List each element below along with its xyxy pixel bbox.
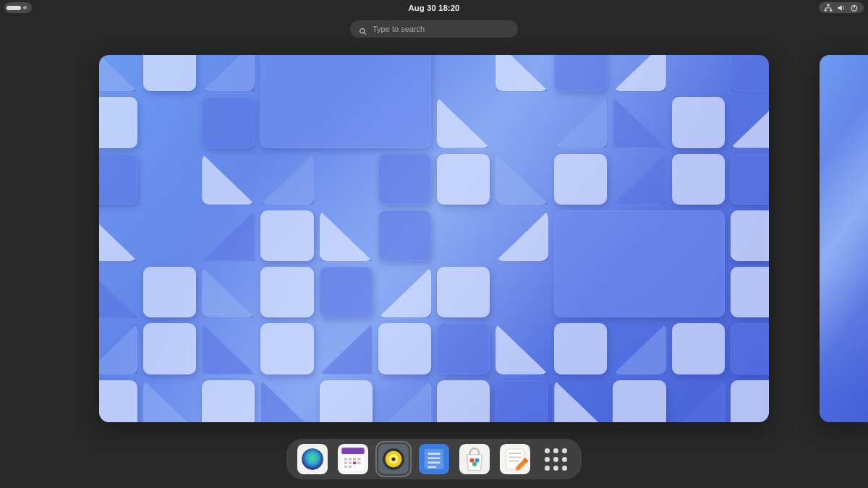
dash: [286, 439, 582, 479]
svg-point-33: [475, 458, 479, 463]
svg-rect-13: [357, 458, 360, 461]
svg-rect-12: [353, 458, 356, 461]
svg-rect-20: [378, 444, 409, 474]
svg-point-32: [469, 458, 474, 463]
svg-rect-19: [349, 466, 352, 468]
workspace-next[interactable]: [820, 55, 868, 422]
app-music-player[interactable]: [378, 443, 409, 475]
app-web-browser[interactable]: [297, 443, 328, 475]
clock[interactable]: Aug 30 18:20: [409, 4, 460, 12]
volume-icon: [837, 4, 846, 12]
workspace-switcher: [0, 55, 868, 422]
svg-point-4: [360, 28, 365, 33]
svg-point-34: [472, 462, 477, 466]
system-menu[interactable]: [819, 2, 864, 13]
svg-rect-30: [427, 466, 436, 468]
svg-rect-28: [427, 457, 441, 459]
app-todo[interactable]: [418, 443, 450, 475]
svg-rect-2: [830, 9, 832, 11]
workspace-current[interactable]: [99, 55, 769, 422]
activities-pill-icon: [4, 2, 32, 13]
svg-rect-17: [357, 462, 360, 465]
activities-button[interactable]: [4, 2, 32, 13]
svg-rect-18: [344, 466, 347, 468]
svg-rect-8: [341, 448, 365, 454]
app-calendar[interactable]: [337, 443, 369, 475]
svg-point-6: [302, 448, 323, 470]
svg-rect-27: [427, 453, 441, 455]
svg-rect-15: [349, 462, 352, 465]
svg-point-23: [388, 454, 399, 464]
svg-rect-16: [353, 462, 356, 465]
power-icon: [850, 4, 859, 12]
svg-point-24: [391, 457, 395, 461]
desktop-wallpaper-peek: [820, 55, 868, 422]
svg-rect-0: [827, 4, 830, 5]
svg-rect-10: [344, 458, 347, 461]
svg-rect-1: [825, 9, 827, 11]
top-panel: Aug 30 18:20: [0, 0, 868, 16]
search-input[interactable]: [373, 25, 509, 33]
svg-rect-11: [349, 458, 352, 461]
svg-rect-14: [344, 462, 347, 465]
show-applications-button[interactable]: [540, 443, 571, 475]
desktop-wallpaper: [99, 55, 769, 422]
svg-point-22: [386, 451, 402, 468]
apps-grid-icon: [541, 445, 570, 474]
app-text-editor[interactable]: [499, 443, 531, 475]
app-software-store[interactable]: [459, 443, 490, 475]
network-wired-icon: [824, 4, 833, 12]
svg-point-21: [383, 448, 404, 470]
search-icon: [359, 25, 367, 33]
overview-search[interactable]: [350, 20, 518, 38]
svg-rect-29: [427, 462, 441, 464]
